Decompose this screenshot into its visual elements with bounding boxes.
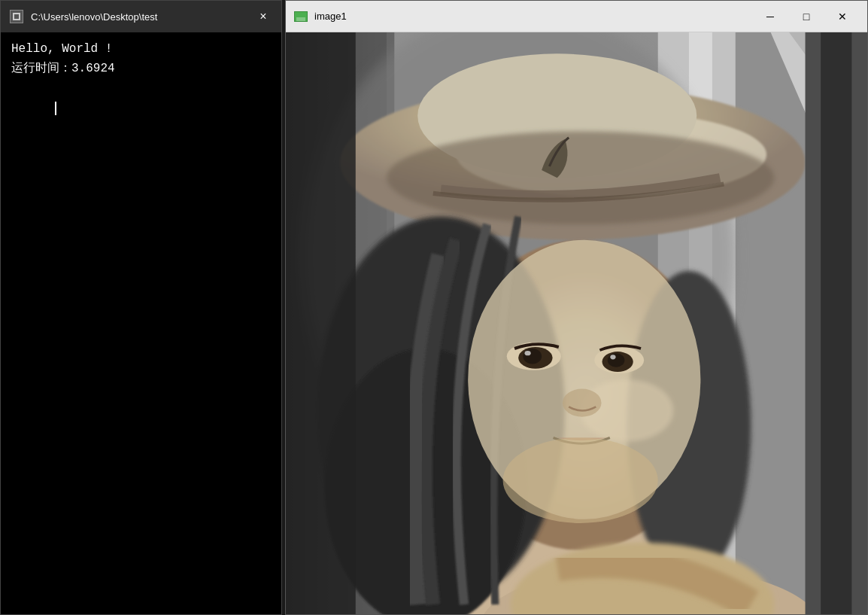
terminal-window: C:\Users\lenovo\Desktop\test × Hello, Wo… (0, 0, 282, 615)
terminal-line-1: Hello, World ! (11, 40, 271, 59)
svg-rect-34 (286, 32, 867, 614)
image-file-icon (293, 9, 308, 24)
image-titlebar: image1 ─ □ ✕ (286, 1, 867, 32)
terminal-titlebar: C:\Users\lenovo\Desktop\test × (1, 1, 281, 32)
lena-image (286, 32, 867, 614)
close-button[interactable]: ✕ (825, 6, 860, 27)
terminal-cursor (55, 102, 56, 115)
terminal-cursor-line (11, 78, 271, 136)
window-controls: ─ □ ✕ (753, 6, 860, 27)
image-viewer-window: image1 ─ □ ✕ (285, 0, 868, 615)
terminal-title: C:\Users\lenovo\Desktop\test (31, 11, 247, 23)
terminal-line-2: 运行时间：3.6924 (11, 59, 271, 79)
maximize-button[interactable]: □ (789, 6, 824, 27)
image-title: image1 (314, 11, 747, 22)
minimize-button[interactable]: ─ (753, 6, 788, 27)
image-body (286, 32, 867, 614)
terminal-close-button[interactable]: × (253, 6, 274, 27)
terminal-icon (8, 8, 25, 25)
terminal-body: Hello, World ! 运行时间：3.6924 (1, 32, 281, 614)
